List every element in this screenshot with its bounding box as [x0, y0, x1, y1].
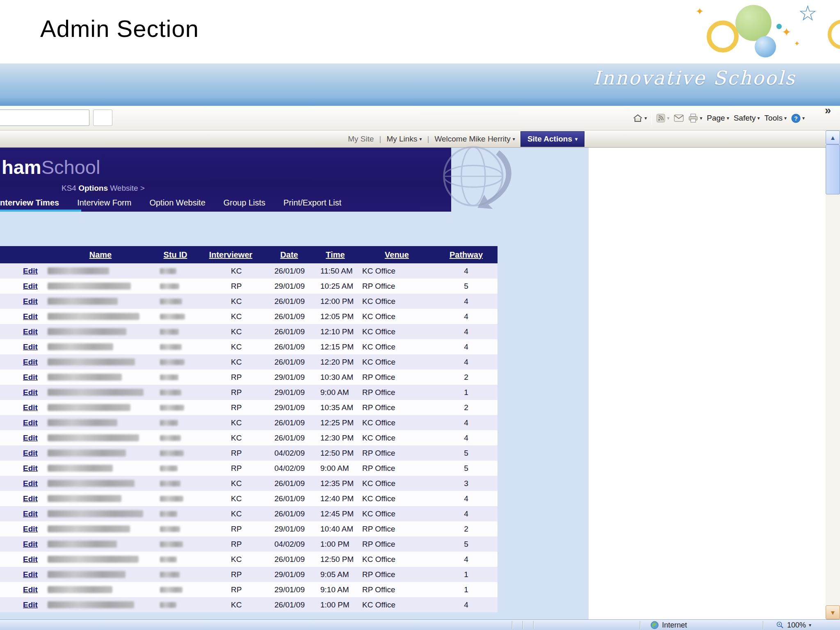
my-links-menu[interactable]: My Links ▾: [386, 135, 422, 144]
redacted-name: [45, 465, 156, 472]
address-button[interactable]: [93, 110, 112, 126]
column-header-time[interactable]: Time: [312, 250, 359, 260]
edit-link[interactable]: Edit: [0, 555, 45, 564]
help-button[interactable]: ? ▾: [791, 114, 805, 123]
edit-link[interactable]: Edit: [0, 297, 45, 306]
tab-nterview-times[interactable]: nterview Times: [0, 198, 59, 208]
page-menu-button[interactable]: Page ▾: [707, 114, 729, 123]
venue-cell: RP Office: [359, 373, 435, 382]
time-cell: 9:00 AM: [312, 388, 359, 397]
edit-link[interactable]: Edit: [0, 312, 45, 321]
globe-watermark-icon: [427, 139, 537, 215]
venue-cell: RP Office: [359, 525, 435, 534]
browser-toolbar: » ▾ ▾ ▾ Page ▾ Safety: [0, 106, 840, 130]
edit-link[interactable]: Edit: [0, 358, 45, 367]
time-cell: 1:00 PM: [312, 540, 359, 549]
my-site-link[interactable]: My Site: [348, 135, 374, 144]
redacted-stu-id: [156, 557, 195, 562]
redacted-stu-id: [156, 466, 195, 471]
edit-link[interactable]: Edit: [0, 509, 45, 518]
interviewer-cell: RP: [195, 570, 267, 579]
pathway-cell: 5: [435, 449, 498, 458]
edit-link[interactable]: Edit: [0, 282, 45, 291]
interviewer-cell: KC: [195, 358, 267, 367]
tab-print-export-list[interactable]: Print/Export List: [283, 198, 341, 208]
time-cell: 12:05 PM: [312, 312, 359, 321]
scrollbar-thumb[interactable]: [826, 144, 840, 194]
dropdown-caret-icon: ▾: [727, 115, 729, 121]
column-header-name[interactable]: Name: [45, 250, 156, 260]
dropdown-caret-icon: ▾: [809, 622, 811, 628]
star-icon: ✦: [782, 25, 791, 39]
venue-cell: KC Office: [359, 418, 435, 427]
redacted-stu-id-blur: [160, 283, 179, 289]
safety-menu-button[interactable]: Safety ▾: [734, 114, 760, 123]
vertical-scrollbar[interactable]: ▲ ▼: [826, 130, 840, 619]
column-header-pathway[interactable]: Pathway: [435, 250, 498, 260]
edit-link[interactable]: Edit: [0, 479, 45, 488]
venue-cell: KC Office: [359, 494, 435, 503]
date-cell: 29/01/09: [267, 388, 312, 397]
time-cell: 12:20 PM: [312, 358, 359, 367]
feeds-button[interactable]: ▾: [656, 114, 669, 123]
brand-name: Innovative Schools: [593, 67, 796, 89]
overflow-chevron-icon[interactable]: »: [825, 104, 831, 117]
dropdown-caret-icon: ▾: [784, 115, 787, 121]
address-bar[interactable]: [0, 110, 89, 126]
edit-link[interactable]: Edit: [0, 342, 45, 352]
edit-link[interactable]: Edit: [0, 600, 45, 609]
column-header-interviewer[interactable]: Interviewer: [195, 250, 267, 260]
edit-link[interactable]: Edit: [0, 418, 45, 427]
portal-bar: My Site | My Links ▾ | Welcome Mike Herr…: [0, 130, 826, 148]
column-header-venue[interactable]: Venue: [359, 250, 435, 260]
tab-option-website[interactable]: Option Website: [149, 198, 205, 208]
edit-link[interactable]: Edit: [0, 267, 45, 276]
edit-link[interactable]: Edit: [0, 494, 45, 503]
redacted-stu-id: [156, 283, 195, 289]
edit-link[interactable]: Edit: [0, 434, 45, 443]
tab-group-lists[interactable]: Group Lists: [224, 198, 265, 208]
pathway-cell: 2: [435, 373, 498, 382]
edit-link[interactable]: Edit: [0, 403, 45, 412]
zoom-control[interactable]: 100% ▾: [776, 620, 811, 630]
logo-light-part: School: [41, 156, 100, 178]
redacted-name: [45, 525, 156, 532]
scroll-down-button[interactable]: ▼: [826, 605, 840, 619]
edit-link[interactable]: Edit: [0, 388, 45, 397]
redacted-name-blur: [48, 525, 130, 532]
date-cell: 26/01/09: [267, 267, 312, 276]
time-cell: 12:25 PM: [312, 418, 359, 427]
redacted-stu-id-blur: [160, 557, 177, 562]
venue-cell: RP Office: [359, 585, 435, 594]
edit-link[interactable]: Edit: [0, 449, 45, 458]
interviewer-cell: KC: [195, 418, 267, 427]
edit-link[interactable]: Edit: [0, 525, 45, 534]
home-button[interactable]: ▾: [633, 114, 647, 123]
pathway-cell: 4: [435, 494, 498, 503]
tools-menu-button[interactable]: Tools ▾: [765, 114, 787, 123]
date-cell: 29/01/09: [267, 282, 312, 291]
edit-link[interactable]: Edit: [0, 540, 45, 549]
redacted-name-blur: [48, 358, 135, 365]
redacted-name-blur: [48, 389, 144, 396]
edit-link[interactable]: Edit: [0, 570, 45, 579]
nav-tabs: nterview TimesInterview FormOption Websi…: [0, 194, 451, 212]
brand-banner: Innovative Schools: [0, 64, 840, 98]
edit-link[interactable]: Edit: [0, 373, 45, 382]
email-button[interactable]: [674, 114, 684, 122]
edit-link[interactable]: Edit: [0, 585, 45, 594]
site-banner: hamSchool KS4 Options Website > nterview…: [0, 148, 451, 212]
edit-link[interactable]: Edit: [0, 464, 45, 473]
print-button[interactable]: ▾: [688, 114, 702, 123]
column-header-stu-id[interactable]: Stu ID: [156, 250, 195, 260]
venue-cell: KC Office: [359, 555, 435, 564]
tab-interview-form[interactable]: Interview Form: [77, 198, 131, 208]
scroll-up-button[interactable]: ▲: [826, 130, 840, 144]
redacted-stu-id: [156, 435, 195, 441]
column-header-date[interactable]: Date: [267, 250, 312, 260]
redacted-name-blur: [48, 510, 143, 517]
edit-link[interactable]: Edit: [0, 327, 45, 336]
redacted-name-blur: [48, 313, 139, 320]
redacted-name-blur: [48, 374, 122, 381]
breadcrumb[interactable]: KS4 Options Website >: [62, 184, 145, 193]
